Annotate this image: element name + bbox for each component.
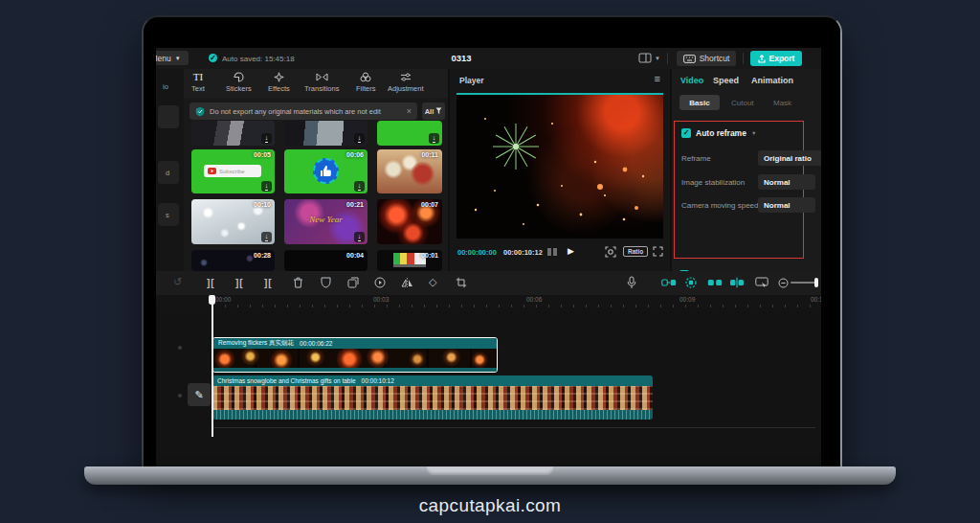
tab-filters[interactable]: Filters (356, 72, 375, 93)
transitions-icon (316, 72, 328, 82)
playhead-handle[interactable] (209, 295, 215, 305)
thumb-duration: 00:05 (254, 151, 271, 158)
media-thumbnail-like[interactable]: 00:06 ↓ (284, 149, 368, 193)
layout-switch-button[interactable]: ▼ (638, 53, 660, 63)
laptop-base (84, 466, 896, 485)
reframe-value[interactable]: Original ratio (758, 150, 821, 166)
shortcut-button[interactable]: Shortcut (677, 51, 736, 66)
delete-left-icon[interactable]: ][ (235, 278, 244, 288)
camera-speed-value[interactable]: Normal (758, 197, 815, 213)
autosave-check-icon: ✓ (209, 54, 217, 62)
tab-stickers[interactable]: Stickers (226, 72, 252, 93)
tab-video[interactable]: Video (680, 76, 703, 85)
export-button[interactable]: Export (750, 51, 802, 66)
download-icon[interactable]: ↓ (261, 133, 272, 144)
chevron-down-icon: ▼ (655, 56, 660, 61)
media-thumbnail[interactable]: ↓ (284, 121, 368, 146)
rotate-icon[interactable]: ◇ (429, 277, 436, 287)
tab-transitions[interactable]: Transitions (304, 72, 339, 93)
playhead-line[interactable] (212, 295, 213, 437)
record-voiceover-icon[interactable] (627, 276, 636, 289)
overlay-icon[interactable] (347, 277, 359, 288)
linkage-icon[interactable] (707, 278, 723, 287)
effects-icon (274, 72, 284, 82)
ruler-label: 00:03 (373, 296, 389, 303)
audio-waveform (212, 410, 653, 420)
clip-removing-flickers[interactable]: Removing flickers 真实烟花 00:00:06:22 (212, 337, 498, 373)
mirror-icon[interactable] (401, 277, 413, 288)
fullscreen-icon[interactable] (653, 246, 663, 257)
tab-animation[interactable]: Animation (751, 76, 793, 85)
tab-adjustment[interactable]: Adjustment (388, 72, 424, 93)
chevron-down-icon[interactable]: ▼ (751, 130, 756, 136)
main-track-magnet-icon[interactable] (661, 278, 677, 287)
media-thumbnail[interactable]: ↓ (191, 121, 275, 146)
render-preview-icon[interactable] (755, 277, 768, 288)
filter-all-button[interactable]: All (422, 102, 445, 120)
thumb-duration: 00:01 (421, 252, 438, 259)
current-timecode: 00:00:00:00 (457, 248, 497, 257)
subtab-basic[interactable]: Basic (679, 95, 720, 110)
mask-icon[interactable] (321, 277, 331, 288)
download-icon[interactable]: ↓ (429, 133, 439, 144)
close-icon[interactable]: × (407, 106, 412, 116)
total-timecode: 00:00:10:12 (503, 248, 543, 257)
subtab-cutout[interactable]: Cutout (731, 99, 754, 107)
download-icon[interactable]: ↓ (354, 232, 365, 242)
auto-reframe-checkbox[interactable]: ✓ (681, 128, 691, 138)
tab-effects[interactable]: Effects (268, 72, 290, 93)
play-button[interactable]: ▶ (568, 246, 574, 256)
media-thumbnail-subscribe[interactable]: Subscribe 00:05 ↓ (191, 149, 275, 193)
media-thumbnail[interactable]: 00:04 (284, 250, 368, 271)
track-head-dot (178, 394, 182, 398)
ratio-button[interactable]: Ratio (623, 246, 648, 257)
speed-icon[interactable] (374, 277, 386, 288)
filters-icon (360, 72, 371, 82)
media-thumbnail-snow[interactable]: 00:10 ↓ (191, 199, 275, 244)
player-panel: Player ≡ (450, 69, 670, 271)
subtab-mask[interactable]: Mask (773, 99, 791, 107)
download-icon[interactable]: ↓ (354, 181, 365, 192)
edit-track-button[interactable]: ✎ (188, 383, 211, 406)
menu-button[interactable]: Menu ▼ (156, 51, 189, 65)
clip-christmas-snowglobe[interactable]: Christmas snowglobe and Christmas gifts … (212, 375, 653, 420)
download-icon[interactable]: ↓ (261, 181, 272, 192)
media-side-nav: io d s (156, 69, 184, 271)
media-panel: io d s TI Text (156, 69, 448, 271)
frame-step-icon[interactable] (547, 248, 551, 256)
media-thumbnail-fireworks[interactable]: 00:07 (377, 199, 442, 244)
media-thumbnail-christmas[interactable]: 00:11 (377, 149, 442, 193)
auto-snap-icon[interactable] (684, 277, 698, 288)
media-thumbnail-colorbars[interactable]: 00:01 (377, 250, 442, 271)
ruler-label: 00:12 (811, 296, 821, 303)
tab-speed[interactable]: Speed (713, 76, 739, 85)
side-nav-item[interactable] (158, 105, 179, 128)
undo-icon[interactable]: ↺ (173, 277, 182, 287)
newyear-caption: New Year (284, 215, 368, 224)
preview-axis-icon[interactable] (729, 277, 745, 288)
media-thumbnail-newyear[interactable]: New Year 00:21 ↓ (284, 199, 368, 244)
clip-header: Christmas snowglobe and Christmas gifts … (212, 375, 653, 386)
split-icon[interactable]: ][ (207, 278, 215, 288)
crop-icon[interactable] (456, 277, 467, 288)
sticker-icon (234, 72, 244, 82)
timeline-zoom-slider[interactable] (791, 282, 817, 284)
media-thumbnail[interactable]: 00:28 (191, 250, 275, 271)
media-thumbnail[interactable]: ↓ (377, 121, 442, 146)
stabilization-value[interactable]: Normal (758, 174, 815, 190)
shield-icon (195, 106, 205, 117)
timeline-ruler[interactable]: 00:00 00:03 00:06 00:09 00:12 (156, 295, 821, 307)
video-preview[interactable] (457, 93, 663, 239)
youtube-icon (208, 168, 216, 174)
thumb-duration: 00:21 (346, 201, 364, 208)
tab-text[interactable]: TI Text (191, 72, 205, 93)
zoom-slider-handle[interactable] (814, 278, 818, 287)
download-icon[interactable]: ↓ (261, 232, 272, 242)
frame-step-icon[interactable] (553, 248, 557, 256)
player-menu-icon[interactable]: ≡ (655, 74, 660, 84)
fit-screen-icon[interactable] (605, 246, 616, 258)
download-icon[interactable]: ↓ (354, 133, 365, 144)
delete-right-icon[interactable]: ][ (264, 278, 273, 288)
zoom-out-icon[interactable] (778, 278, 789, 288)
delete-icon[interactable] (293, 277, 303, 288)
